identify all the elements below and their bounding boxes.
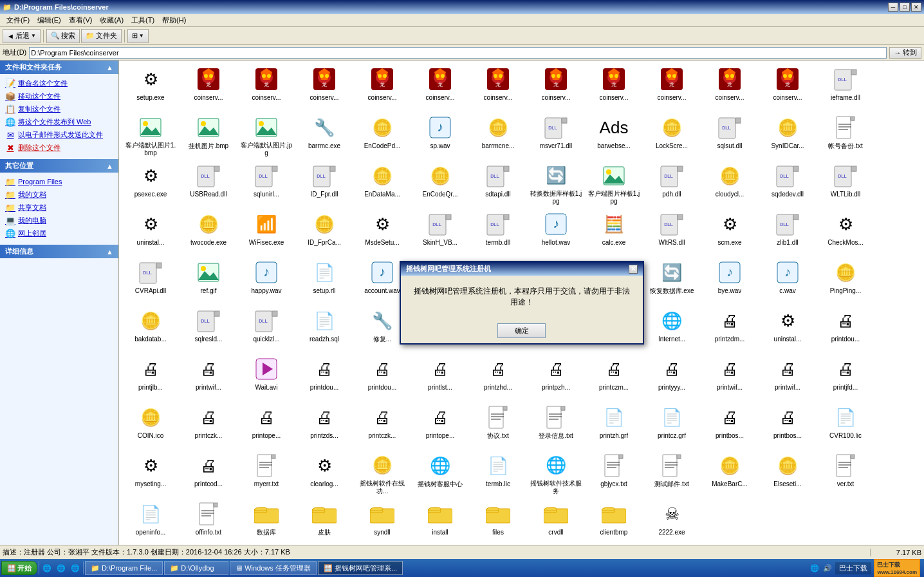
my-documents-item[interactable]: 📁 我的文档 xyxy=(0,188,118,201)
go-arrow-icon: → xyxy=(894,49,901,57)
taskbar-item-2[interactable]: 📁 D:\Ollydbg xyxy=(164,561,228,575)
dialog-footer: 确定 xyxy=(401,318,643,343)
toolbar: ◄ 后退 ▼ 🔍 搜索 📁 文件夹 ⊞ ▼ xyxy=(0,27,924,45)
taskbar-item-4[interactable]: 🪟 摇钱树网吧管理系... xyxy=(318,561,403,575)
views-button[interactable]: ⊞ ▼ xyxy=(127,29,149,43)
title-bar-buttons: ─ □ ✕ xyxy=(888,3,921,12)
title-bar: 📁 D:\Program Files\coinserver ─ □ ✕ xyxy=(0,0,924,14)
clock-text: 巴士下载 xyxy=(839,563,867,573)
copy-icon: 📋 xyxy=(5,104,15,114)
collapse-icon-3: ▲ xyxy=(106,248,113,256)
views-dropdown-icon: ▼ xyxy=(139,33,144,39)
dialog-title-bar: 摇钱树网吧管理系统注册机 ✕ xyxy=(401,262,643,276)
file-tasks-header[interactable]: 文件和文件夹任务 ▲ xyxy=(0,61,118,74)
taskbar-item-3-icon: 🖥 xyxy=(236,564,243,572)
close-button[interactable]: ✕ xyxy=(911,3,921,12)
status-bar: 描述：注册器 公司：张湘平 文件版本：1.7.3.0 创建日期：2016-12-… xyxy=(0,545,924,559)
dialog-close-button[interactable]: ✕ xyxy=(629,265,638,274)
taskbar-item-3[interactable]: 🖥 Windows 任务管理器 xyxy=(230,561,317,575)
delete-file-item[interactable]: ✖ 删除这个文件 xyxy=(0,141,118,154)
menu-file[interactable]: 文件(F) xyxy=(3,14,33,26)
other-locations-content: 📁 Program Files 📁 我的文档 📁 共享文档 💻 我的电脑 🌐 xyxy=(0,173,118,242)
network-item[interactable]: 🌐 网上邻居 xyxy=(0,227,118,240)
address-label: 地址(D) xyxy=(3,48,26,57)
start-button[interactable]: 🪟 开始 xyxy=(1,561,37,575)
dialog-overlay: 摇钱树网吧管理系统注册机 ✕ 摇钱树网吧管理系统注册机，本程序只用于交流，请勿用… xyxy=(119,61,924,545)
shared-docs-icon: 📁 xyxy=(5,202,15,213)
title-bar-icon: 📁 xyxy=(3,3,12,12)
network-icon: 🌐 xyxy=(5,228,15,238)
back-dropdown-icon: ▼ xyxy=(31,33,36,39)
menu-help[interactable]: 帮助(H) xyxy=(158,14,190,26)
taskbar-clock: 巴士下载 xyxy=(835,562,871,574)
taskbar-item-1[interactable]: 📁 D:\Program File... xyxy=(85,561,163,575)
move-icon: 📦 xyxy=(5,91,15,101)
maximize-button[interactable]: □ xyxy=(900,3,910,12)
tray-volume-icon: 🔊 xyxy=(822,563,833,573)
file-tasks-section: 文件和文件夹任务 ▲ 📝 重命名这个文件 📦 移动这个文件 📋 复制这个文件 🌐 xyxy=(0,61,118,156)
logo-badge: 巴士下载 www.11684.com xyxy=(874,559,920,577)
program-files-icon: 📁 xyxy=(5,176,15,187)
quicklaunch-3[interactable]: 🌐 xyxy=(69,562,82,574)
quicklaunch-ie[interactable]: 🌐 xyxy=(41,562,53,574)
search-icon: 🔍 xyxy=(51,32,60,40)
main-content: 文件和文件夹任务 ▲ 📝 重命名这个文件 📦 移动这个文件 📋 复制这个文件 🌐 xyxy=(0,61,924,545)
taskbar-item-2-icon: 📁 xyxy=(170,564,179,572)
tray-network-icon: 🌐 xyxy=(809,563,820,573)
taskbar-item-4-icon: 🪟 xyxy=(324,564,333,572)
menu-view[interactable]: 查看(V) xyxy=(65,14,97,26)
go-button[interactable]: → 转到 xyxy=(889,47,921,59)
title-bar-text: D:\Program Files\coinserver xyxy=(14,3,888,11)
left-panel: 文件和文件夹任务 ▲ 📝 重命名这个文件 📦 移动这个文件 📋 复制这个文件 🌐 xyxy=(0,61,119,545)
menu-bar: 文件(F) 编辑(E) 查看(V) 收藏(A) 工具(T) 帮助(H) xyxy=(0,14,924,27)
folders-button[interactable]: 📁 文件夹 xyxy=(81,29,122,43)
dialog-body: 摇钱树网吧管理系统注册机，本程序只用于交流，请勿用于非法用途！ xyxy=(401,276,643,318)
dialog-title-text: 摇钱树网吧管理系统注册机 xyxy=(406,264,491,274)
collapse-icon-2: ▲ xyxy=(106,162,113,170)
toolbar-separator-1 xyxy=(43,30,44,43)
minimize-button[interactable]: ─ xyxy=(888,3,898,12)
toolbar-separator-2 xyxy=(124,30,125,43)
collapse-icon: ▲ xyxy=(106,64,113,71)
back-arrow-icon: ◄ xyxy=(7,32,14,40)
publish-web-item[interactable]: 🌐 将这个文件发布到 Web xyxy=(0,115,118,128)
quicklaunch-2[interactable]: 🌐 xyxy=(55,562,68,574)
dialog-box: 摇钱树网吧管理系统注册机 ✕ 摇钱树网吧管理系统注册机，本程序只用于交流，请勿用… xyxy=(400,261,644,345)
my-computer-item[interactable]: 💻 我的电脑 xyxy=(0,214,118,227)
my-documents-icon: 📁 xyxy=(5,189,15,200)
file-tasks-content: 📝 重命名这个文件 📦 移动这个文件 📋 复制这个文件 🌐 将这个文件发布到 W… xyxy=(0,74,118,156)
other-locations-header[interactable]: 其它位置 ▲ xyxy=(0,159,118,173)
address-bar: 地址(D) → 转到 xyxy=(0,45,924,61)
dialog-ok-button[interactable]: 确定 xyxy=(497,323,546,338)
status-size: 7.17 KB xyxy=(870,549,921,556)
details-section: 详细信息 ▲ xyxy=(0,245,118,258)
shared-docs-item[interactable]: 📁 共享文档 xyxy=(0,201,118,214)
menu-edit[interactable]: 编辑(E) xyxy=(33,14,65,26)
other-locations-section: 其它位置 ▲ 📁 Program Files 📁 我的文档 📁 共享文档 💻 xyxy=(0,159,118,242)
file-area: ⚙setup.exe 龙 coinserv... 龙 coinserv... xyxy=(119,61,924,545)
taskbar-separator-2 xyxy=(83,562,84,574)
back-button[interactable]: ◄ 后退 ▼ xyxy=(3,29,41,43)
copy-file-item[interactable]: 📋 复制这个文件 xyxy=(0,102,118,115)
folders-icon: 📁 xyxy=(86,32,95,40)
status-text: 描述：注册器 公司：张湘平 文件版本：1.7.3.0 创建日期：2016-12-… xyxy=(3,547,867,557)
address-input[interactable] xyxy=(29,47,887,59)
taskbar-item-1-icon: 📁 xyxy=(91,564,100,572)
move-file-item[interactable]: 📦 移动这个文件 xyxy=(0,90,118,102)
dialog-message: 摇钱树网吧管理系统注册机，本程序只用于交流，请勿用于非法用途！ xyxy=(411,286,633,308)
details-header[interactable]: 详细信息 ▲ xyxy=(0,245,118,258)
menu-favorites[interactable]: 收藏(A) xyxy=(96,14,127,26)
program-files-item[interactable]: 📁 Program Files xyxy=(0,175,118,188)
email-icon: ✉ xyxy=(5,129,15,140)
my-computer-icon: 💻 xyxy=(5,215,15,225)
taskbar-right: 🌐 🔊 巴士下载 巴士下载 www.11684.com xyxy=(809,559,923,577)
menu-tools[interactable]: 工具(T) xyxy=(127,14,158,26)
email-file-item[interactable]: ✉ 以电子邮件形式发送此文件 xyxy=(0,128,118,141)
taskbar-separator-1 xyxy=(39,562,39,574)
search-button[interactable]: 🔍 搜索 xyxy=(46,29,80,43)
rename-file-item[interactable]: 📝 重命名这个文件 xyxy=(0,77,118,90)
delete-icon: ✖ xyxy=(5,142,15,153)
web-icon: 🌐 xyxy=(5,117,15,127)
taskbar: 🪟 开始 🌐 🌐 🌐 📁 D:\Program File... 📁 D:\Oll… xyxy=(0,559,924,577)
rename-icon: 📝 xyxy=(5,78,15,88)
